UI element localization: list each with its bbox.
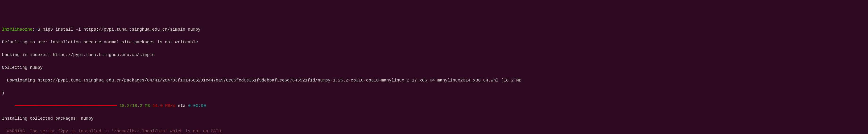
progress-bar: ━━━━━━━━━━━━━━━━━━━━━━━━━━━━━━━━━━━━━━━━	[14, 103, 117, 108]
progress-line: ━━━━━━━━━━━━━━━━━━━━━━━━━━━━━━━━━━━━━━━━…	[2, 103, 866, 109]
prompt-dollar: $	[37, 27, 43, 32]
output-line: Downloading https://pypi.tuna.tsinghua.e…	[2, 77, 866, 83]
output-line: Collecting numpy	[2, 65, 866, 71]
command-text: pip3 install -i https://pypi.tuna.tsingh…	[43, 27, 200, 32]
output-line: Looking in indexes: https://pypi.tuna.ts…	[2, 52, 866, 58]
output-line: )	[2, 90, 866, 96]
warning-line: WARNING: The script f2py is installed in…	[2, 128, 866, 134]
output-line: Installing collected packages: numpy	[2, 115, 866, 122]
prompt-path: ~	[35, 27, 37, 32]
terminal-output[interactable]: lhz@lihaozhe:~$ pip3 install -i https://…	[2, 26, 866, 134]
prompt-line: lhz@lihaozhe:~$ pip3 install -i https://…	[2, 26, 866, 33]
prompt-user: lhz@lihaozhe	[2, 27, 33, 32]
progress-time: 0:00:00	[188, 103, 206, 108]
progress-indent	[2, 103, 14, 108]
output-line: Defaulting to user installation because …	[2, 39, 866, 45]
prompt-colon: :	[33, 27, 35, 32]
progress-eta-label: eta	[176, 103, 188, 108]
progress-size: 18.2/18.2 MB	[117, 103, 150, 108]
progress-speed: 14.0 MB/s	[150, 103, 176, 108]
